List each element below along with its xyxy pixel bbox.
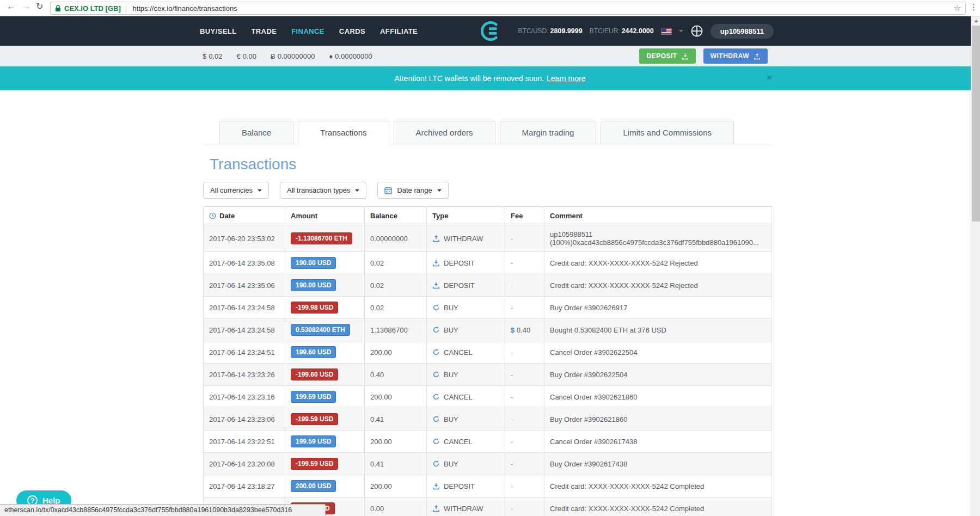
col-header-type: Type (427, 207, 505, 225)
withdraw-type-icon (432, 505, 440, 512)
tx-comment: Buy Order #3902621860 (544, 408, 772, 431)
currency-filter-dropdown[interactable]: All currencies (203, 182, 269, 199)
tab-transactions[interactable]: Transactions (298, 121, 389, 144)
tx-amount: 199.59 USD (285, 431, 365, 453)
tab-balance[interactable]: Balance (219, 121, 293, 144)
tx-amount: -199.59 USD (285, 453, 365, 475)
nav-item-cards[interactable]: CARDS (339, 27, 365, 35)
banner-close-icon[interactable]: × (767, 73, 772, 82)
browser-menu-icon[interactable]: ⋮ (970, 2, 978, 12)
deposit-icon (682, 53, 689, 60)
amount-badge: 190.00 USD (291, 279, 336, 291)
type-filter-dropdown[interactable]: All transaction types (280, 182, 366, 199)
chevron-down-icon (437, 189, 442, 192)
calendar-icon (384, 187, 392, 194)
bookmark-star-icon[interactable]: ☆ (954, 3, 961, 13)
chevron-down-icon (258, 189, 262, 192)
scrollbar-thumb[interactable] (972, 26, 980, 222)
tab-margin-trading[interactable]: Margin trading (500, 121, 597, 144)
table-row: 2017-06-14 23:22:51199.59 USD200.00CANCE… (204, 431, 772, 453)
transactions-table: DateAmountBalanceTypeFeeComment 2017-06-… (203, 206, 772, 516)
url-text[interactable]: https://cex.io/finance/transactions (132, 4, 949, 13)
table-header-row: DateAmountBalanceTypeFeeComment (204, 207, 772, 225)
nav-item-buysell[interactable]: BUY/SELL (200, 27, 236, 35)
tx-fee: - (505, 453, 544, 475)
deposit-type-icon (432, 259, 440, 267)
tx-comment: Cancel Order #3902622504 (544, 341, 772, 364)
col-header-date[interactable]: Date (204, 207, 285, 225)
tx-comment: Credit card: XXXX-XXXX-XXXX-5242 Complet… (544, 475, 772, 497)
tx-type: WITHDRAW (427, 225, 505, 252)
site-identity[interactable]: CEX.IO LTD [GB] (64, 4, 121, 13)
deposit-button[interactable]: DEPOSIT (639, 48, 695, 64)
buy-type-icon (432, 304, 440, 311)
nav-item-finance[interactable]: FINANCE (291, 27, 324, 35)
forward-icon[interactable]: → (22, 1, 31, 12)
tx-amount: 0.53082400 ETH (285, 319, 365, 341)
tx-amount: 190.00 USD (285, 252, 365, 274)
tx-date: 2017-06-14 23:23:26 (204, 364, 285, 386)
username-pill[interactable]: up105988511 (710, 24, 774, 39)
tx-fee: - (505, 364, 544, 386)
tx-type: DEPOSIT (427, 252, 505, 274)
tx-amount: 190.00 USD (285, 274, 365, 297)
tx-hash-link[interactable]: 0xacd43cb8856c4975fccda3c376df755fbbd880… (573, 238, 759, 247)
language-caret-icon[interactable] (679, 30, 683, 32)
amount-badge: -199.98 USD (291, 302, 338, 314)
tx-comment: Buy Order #3902622504 (544, 364, 772, 386)
finance-tabs: Balance Transactions Archived orders Mar… (203, 121, 771, 144)
tx-date: 2017-06-14 23:35:08 (204, 252, 285, 274)
table-body: 2017-06-20 23:53:02-1.13086700 ETH0.0000… (204, 225, 772, 516)
scrollbar-up-arrow-icon[interactable] (971, 16, 980, 26)
amount-badge: 200.00 USD (291, 480, 336, 492)
amount-badge: 190.00 USD (291, 257, 336, 269)
tx-balance: 1.13086700 (365, 319, 427, 341)
tx-type: WITHDRAW (427, 497, 505, 516)
balance-btc: Ƀ0.00000000 (271, 52, 315, 60)
tx-type: CANCEL (427, 431, 505, 453)
main-menu: BUY/SELL TRADE FINANCE CARDS AFFILIATE (200, 16, 418, 46)
tx-type: BUY (427, 408, 505, 431)
nav-item-affiliate[interactable]: AFFILIATE (380, 27, 418, 35)
balance-usd: $0.02 (203, 52, 223, 60)
filters-row: All currencies All transaction types Dat… (203, 182, 771, 199)
page-title: Transactions (210, 156, 771, 173)
us-flag-icon[interactable] (661, 28, 672, 35)
tx-fee: - (505, 225, 544, 252)
table-row: 2017-06-14 23:24:58-199.98 USD0.02BUY-Bu… (204, 297, 772, 319)
balance-eur: €0.00 (237, 52, 257, 60)
tx-comment: up105988511 (100%)0xacd43cb8856c4975fccd… (544, 225, 772, 252)
amount-badge: 199.60 USD (291, 346, 336, 358)
globe-icon[interactable] (690, 24, 703, 38)
url-bar[interactable]: CEX.IO LTD [GB] | https://cex.io/finance… (50, 2, 966, 15)
cex-logo-icon[interactable] (479, 20, 501, 44)
tx-balance: 200.00 (365, 475, 427, 497)
tab-limits-commissions[interactable]: Limits and Commissions (601, 121, 734, 144)
table-row: 2017-06-14 23:18:27200.00 USD200.00DEPOS… (204, 475, 772, 497)
tx-balance: 200.00 (365, 386, 427, 408)
padlock-icon[interactable] (55, 4, 61, 12)
cancel-type-icon (432, 348, 440, 356)
tx-fee: - (505, 386, 544, 408)
banner-text: Attention! LTC wallets will be removed s… (394, 74, 543, 83)
cancel-type-icon (432, 393, 440, 401)
amount-badge: -1.13086700 ETH (291, 232, 352, 244)
tx-fee: - (505, 297, 544, 319)
scrollbar[interactable] (971, 16, 980, 516)
learn-more-link[interactable]: Learn more (547, 74, 586, 83)
nav-item-trade[interactable]: TRADE (251, 27, 277, 35)
ticker-btcusd: BTC/USD:2809.9999 (518, 27, 583, 35)
tab-archived-orders[interactable]: Archived orders (394, 121, 495, 144)
tx-date: 2017-06-14 23:24:58 (204, 297, 285, 319)
chevron-down-icon (355, 189, 359, 192)
tx-fee: - (505, 431, 544, 453)
tx-balance: 0.00 (365, 497, 427, 516)
date-range-dropdown[interactable]: Date range (377, 182, 448, 199)
tx-date: 2017-06-14 23:23:06 (204, 408, 285, 431)
withdraw-icon (754, 53, 761, 60)
browser-chrome: ← → ↻ CEX.IO LTD [GB] | https://cex.io/f… (0, 0, 980, 16)
withdraw-button[interactable]: WITHDRAW (703, 48, 768, 64)
table-row: 2017-06-14 23:23:26-199.60 USD0.40BUY-Bu… (204, 364, 772, 386)
reload-icon[interactable]: ↻ (36, 1, 43, 11)
back-icon[interactable]: ← (7, 1, 16, 12)
